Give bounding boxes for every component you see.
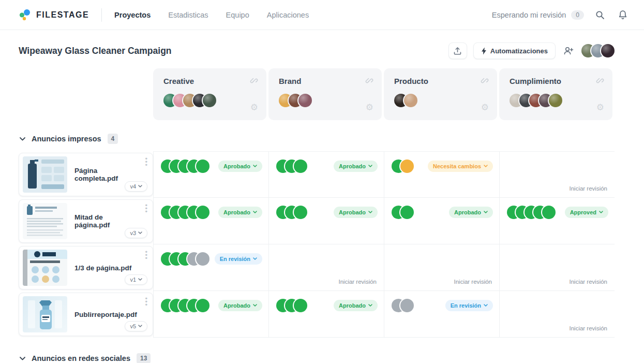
reviewer-status-dot-green	[196, 159, 209, 173]
chevron-down-icon	[484, 211, 488, 214]
reviewer-status-dot-gray	[400, 299, 414, 312]
chevron-down-icon	[599, 211, 603, 214]
review-cell: Aprobado	[268, 291, 384, 338]
status-badge[interactable]: En revisión	[445, 300, 493, 311]
kebab-menu-icon[interactable]: •••	[145, 251, 147, 260]
kebab-menu-icon[interactable]: •••	[145, 157, 147, 167]
review-cell: Aprobado	[268, 198, 384, 244]
chevron-down-icon	[253, 304, 257, 307]
invite-member-icon[interactable]	[562, 44, 575, 57]
status-badge[interactable]: Aprobado	[218, 161, 262, 172]
file-thumbnail[interactable]	[23, 203, 67, 239]
status-badge[interactable]: Necesita cambios	[428, 161, 493, 172]
review-cell-empty: Iniciar revisión	[499, 244, 615, 291]
review-cell-empty: Iniciar revisión	[499, 151, 615, 198]
lightning-icon	[481, 47, 487, 55]
status-badge[interactable]: En revisión	[215, 253, 262, 265]
step-reviewer-avatars[interactable]	[163, 94, 257, 107]
nav-item-aplicaciones[interactable]: Aplicaciones	[267, 11, 309, 19]
review-cell: Approved	[499, 198, 615, 244]
kebab-menu-icon[interactable]: •••	[145, 204, 147, 213]
status-badge[interactable]: Aprobado	[218, 300, 262, 311]
start-review-link[interactable]: Iniciar revisión	[339, 279, 377, 285]
version-selector[interactable]: v4	[125, 181, 147, 192]
reviewer-status-dot-green	[294, 159, 307, 173]
automations-button[interactable]: Automatizaciones	[473, 42, 556, 59]
primary-nav: Proyectos Estadisticas Equipo Aplicacion…	[114, 11, 309, 19]
chevron-down-icon	[253, 257, 257, 260]
chevron-down-icon	[138, 325, 142, 328]
status-badge-label: En revisión	[220, 256, 250, 262]
status-badge[interactable]: Approved	[565, 207, 608, 218]
chevron-down-icon	[138, 278, 142, 281]
file-card[interactable]: Mitad de página.pdf ••• v3	[19, 199, 153, 243]
notifications-bell-icon[interactable]	[616, 8, 630, 22]
step-reviewer-avatars[interactable]	[279, 94, 372, 107]
status-badge-label: Aprobado	[223, 209, 250, 215]
file-name: Publirreportaje.pdf	[74, 311, 158, 318]
file-thumbnail[interactable]	[23, 250, 67, 286]
status-badge[interactable]: Aprobado	[449, 207, 493, 218]
file-cell: Página completa.pdf ••• v4	[19, 151, 153, 198]
kebab-menu-icon[interactable]: •••	[145, 297, 147, 307]
file-card[interactable]: Publirreportaje.pdf ••• v5	[19, 293, 153, 336]
search-icon[interactable]	[593, 8, 607, 22]
status-badge[interactable]: Aprobado	[334, 161, 378, 172]
file-card[interactable]: Página completa.pdf ••• v4	[19, 153, 153, 196]
review-cell: Aprobado	[153, 198, 268, 244]
awaiting-review-link[interactable]: Esperando mi revisión	[492, 11, 566, 19]
file-thumbnail[interactable]	[23, 296, 67, 332]
version-selector[interactable]: v1	[125, 274, 147, 285]
start-review-link[interactable]: Iniciar revisión	[570, 185, 608, 192]
avatar	[203, 94, 216, 107]
brand-name: FILESTAGE	[36, 10, 89, 20]
nav-item-estadisticas[interactable]: Estadisticas	[168, 11, 208, 19]
link-icon[interactable]	[481, 77, 489, 85]
status-badge[interactable]: Aprobado	[334, 300, 378, 311]
status-badge[interactable]: Aprobado	[218, 207, 262, 218]
automations-label: Automatizaciones	[490, 47, 548, 55]
file-card[interactable]: 1/3 de página.pdf ••• v1	[19, 246, 153, 289]
start-review-link[interactable]: Iniciar revisión	[454, 279, 492, 285]
gear-icon[interactable]: ⚙	[366, 103, 373, 112]
version-label: v3	[130, 230, 136, 236]
chevron-down-icon	[253, 165, 257, 168]
version-selector[interactable]: v3	[125, 228, 147, 238]
link-icon[interactable]	[596, 77, 604, 85]
status-badge[interactable]: Aprobado	[334, 207, 378, 218]
chevron-down-icon	[20, 137, 25, 141]
step-name: Cumplimiento	[510, 77, 603, 85]
section-header-redes-sociales[interactable]: Anuncios en redes sociales 13	[20, 353, 615, 363]
gear-icon[interactable]: ⚙	[250, 103, 258, 112]
start-review-link[interactable]: Iniciar revisión	[570, 325, 608, 331]
status-badge-label: Aprobado	[454, 209, 481, 215]
filestage-logo[interactable]: FILESTAGE	[19, 8, 89, 22]
status-badge-label: En revisión	[451, 302, 481, 309]
project-member-avatars[interactable]	[581, 44, 615, 57]
version-selector[interactable]: v5	[125, 321, 147, 331]
review-cell: En revisión	[153, 244, 268, 291]
nav-item-equipo[interactable]: Equipo	[226, 11, 249, 19]
section-title: Anuncios en redes sociales	[32, 354, 130, 362]
section-title: Anuncios impresos	[32, 135, 101, 143]
upload-button[interactable]	[448, 42, 467, 59]
link-icon[interactable]	[365, 77, 373, 85]
step-card-cumplimiento: Cumplimiento ⚙	[499, 68, 612, 120]
file-thumbnail[interactable]	[23, 156, 67, 193]
step-reviewer-avatars[interactable]	[510, 94, 603, 107]
gear-icon[interactable]: ⚙	[481, 103, 489, 112]
review-cell-empty: Iniciar revisión	[268, 244, 384, 291]
step-name: Creative	[163, 77, 257, 85]
version-label: v4	[130, 183, 136, 190]
section-header-anuncios-impresos[interactable]: Anuncios impresos 4	[20, 134, 615, 144]
gear-icon[interactable]: ⚙	[596, 103, 604, 112]
chevron-down-icon	[138, 185, 142, 188]
review-cell: Aprobado	[384, 198, 499, 244]
nav-item-proyectos[interactable]: Proyectos	[114, 11, 151, 19]
step-reviewer-avatars[interactable]	[394, 94, 488, 107]
version-label: v5	[130, 323, 136, 329]
start-review-link[interactable]: Iniciar revisión	[570, 279, 608, 285]
link-icon[interactable]	[250, 77, 258, 85]
review-cell: Aprobado	[153, 151, 268, 198]
nav-divider	[101, 8, 102, 22]
